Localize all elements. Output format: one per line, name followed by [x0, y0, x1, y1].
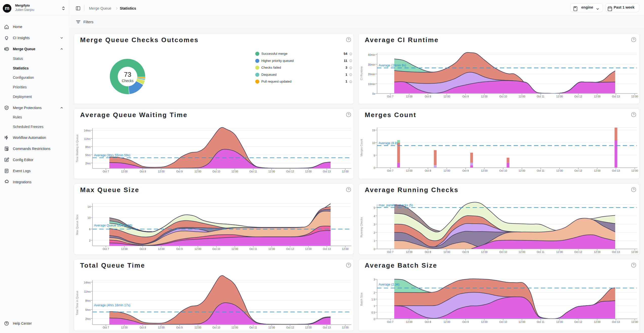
svg-text:15: 15 [372, 129, 375, 132]
svg-text:12:00: 12:00 [519, 250, 525, 253]
svg-text:12:00: 12:00 [481, 169, 488, 172]
svg-text:2hrs: 2hrs [85, 162, 90, 165]
svg-text:12:00: 12:00 [594, 169, 601, 172]
svg-text:0: 0 [374, 248, 375, 251]
svg-text:Oct 12: Oct 12 [574, 169, 582, 172]
svg-text:Average (26min 9s): Average (26min 9s) [379, 64, 406, 67]
svg-text:Oct 11: Oct 11 [537, 169, 544, 172]
svg-text:Oct 7: Oct 7 [387, 250, 393, 253]
svg-text:Oct 13: Oct 13 [323, 247, 331, 250]
svg-text:0s: 0s [372, 92, 375, 95]
svg-text:Oct 13: Oct 13 [612, 169, 620, 172]
svg-text:12:00: 12:00 [232, 170, 238, 173]
svg-text:12:00: 12:00 [268, 326, 275, 329]
svg-text:5hrs: 5hrs [85, 308, 90, 311]
svg-text:12:00: 12:00 [268, 247, 275, 250]
svg-text:12:00: 12:00 [406, 95, 412, 98]
svg-text:12:00: 12:00 [305, 170, 312, 173]
svg-text:2: 2 [89, 239, 90, 242]
svg-text:Oct 8: Oct 8 [425, 250, 431, 253]
svg-text:8hrs: 8hrs [85, 145, 90, 148]
svg-text:0: 0 [374, 166, 375, 169]
svg-text:0: 0 [374, 318, 375, 321]
svg-text:1.5: 1.5 [371, 298, 375, 301]
svg-text:Oct 11: Oct 11 [249, 170, 257, 173]
svg-text:5: 5 [374, 206, 375, 209]
svg-text:12:00: 12:00 [121, 247, 128, 250]
svg-text:Oct 12: Oct 12 [574, 95, 582, 98]
svg-text:Batch Size: Batch Size [360, 293, 363, 306]
svg-text:1: 1 [374, 304, 375, 308]
svg-text:Oct 10: Oct 10 [499, 250, 507, 253]
svg-text:12:00: 12:00 [158, 170, 165, 173]
svg-text:Oct 11: Oct 11 [537, 95, 544, 98]
svg-text:Oct 12: Oct 12 [286, 326, 294, 329]
svg-text:Oct 11: Oct 11 [249, 247, 257, 250]
svg-text:14hrs: 14hrs [84, 129, 90, 132]
svg-text:Oct 13: Oct 13 [612, 250, 620, 253]
svg-text:12:00: 12:00 [305, 247, 312, 250]
svg-text:6: 6 [89, 228, 90, 231]
svg-text:Oct 9: Oct 9 [462, 95, 469, 98]
svg-text:0.5: 0.5 [371, 311, 375, 314]
svg-text:2hrs: 2hrs [85, 317, 90, 320]
svg-text:14hrs: 14hrs [84, 281, 90, 284]
svg-text:12:00: 12:00 [631, 95, 638, 98]
svg-text:Oct 9: Oct 9 [176, 170, 182, 173]
svg-text:12:00: 12:00 [121, 170, 128, 173]
svg-text:Oct 7: Oct 7 [103, 170, 109, 173]
svg-text:Average Queue Size (5.96): Average Queue Size (5.96) [94, 224, 132, 227]
svg-text:20min: 20min [368, 73, 375, 76]
svg-text:12:00: 12:00 [481, 320, 488, 323]
svg-text:12:00: 12:00 [342, 170, 349, 173]
svg-text:Oct 8: Oct 8 [425, 320, 431, 323]
svg-text:Time Waiting in Queue: Time Waiting in Queue [76, 134, 79, 162]
svg-text:Average (8.8): Average (8.8) [379, 141, 398, 145]
svg-text:8hrs: 8hrs [85, 299, 90, 302]
svg-text:Oct 8: Oct 8 [140, 170, 146, 173]
svg-text:Running Checks: Running Checks [360, 217, 363, 237]
svg-text:Oct 9: Oct 9 [462, 320, 469, 323]
svg-text:2: 2 [374, 291, 375, 294]
svg-text:12:00: 12:00 [631, 250, 638, 253]
svg-text:12:00: 12:00 [232, 326, 238, 329]
svg-text:Average (4hrs 16min 17s): Average (4hrs 16min 17s) [94, 303, 130, 307]
svg-text:11hrs: 11hrs [84, 137, 91, 140]
svg-text:Merges Count: Merges Count [360, 139, 363, 156]
svg-text:12:00: 12:00 [444, 95, 450, 98]
svg-text:10min: 10min [368, 83, 375, 86]
svg-text:3: 3 [374, 223, 375, 226]
svg-text:12:00: 12:00 [444, 320, 450, 323]
svg-text:Oct 13: Oct 13 [612, 320, 620, 323]
svg-text:Oct 8: Oct 8 [425, 169, 431, 172]
svg-text:Oct 9: Oct 9 [462, 250, 469, 253]
svg-text:12:00: 12:00 [519, 95, 525, 98]
svg-text:Oct 7: Oct 7 [103, 326, 109, 329]
svg-text:12:00: 12:00 [342, 247, 349, 250]
svg-text:Oct 10: Oct 10 [499, 320, 507, 323]
svg-text:11hrs: 11hrs [84, 290, 91, 293]
svg-text:12:00: 12:00 [406, 169, 412, 172]
svg-text:12:00: 12:00 [556, 169, 563, 172]
svg-text:Oct 10: Oct 10 [213, 170, 220, 173]
svg-text:12:00: 12:00 [121, 326, 128, 329]
svg-text:12:00: 12:00 [481, 95, 488, 98]
svg-text:Oct 10: Oct 10 [499, 95, 507, 98]
svg-text:Max Queue Size: Max Queue Size [76, 214, 79, 235]
svg-text:40min: 40min [368, 53, 375, 56]
svg-text:Oct 7: Oct 7 [103, 247, 109, 250]
svg-text:12:00: 12:00 [158, 326, 165, 329]
svg-text:30min: 30min [368, 63, 375, 66]
svg-text:12:00: 12:00 [594, 250, 601, 253]
svg-text:Oct 12: Oct 12 [574, 250, 582, 253]
svg-text:max_parallel_checks (5): max_parallel_checks (5) [379, 203, 413, 207]
svg-text:12:00: 12:00 [305, 326, 312, 329]
svg-text:14: 14 [87, 205, 90, 208]
svg-text:12:00: 12:00 [195, 326, 201, 329]
svg-text:12:00: 12:00 [481, 250, 488, 253]
svg-text:1: 1 [374, 239, 375, 242]
svg-text:12:00: 12:00 [195, 247, 201, 250]
svg-text:Oct 11: Oct 11 [249, 326, 257, 329]
svg-text:Oct 9: Oct 9 [176, 326, 182, 329]
svg-text:Oct 13: Oct 13 [323, 326, 331, 329]
